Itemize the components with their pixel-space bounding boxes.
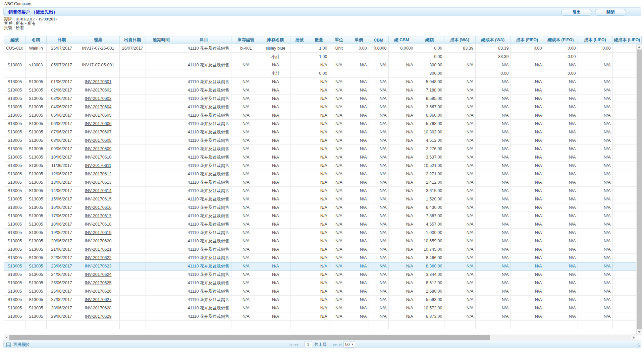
invoice-link[interactable]: INV17-07-26-001 (82, 46, 114, 51)
column-header-cost_wa[interactable]: 成本 (WA) (444, 36, 475, 44)
column-header-overdue[interactable]: 逾期時間 (146, 36, 177, 44)
invoice-link[interactable]: INV-20170610 (85, 155, 112, 160)
scroll-left-button[interactable] (4, 335, 9, 340)
column-header-stock_name[interactable]: 庫存名稱 (261, 36, 290, 44)
page-number-input[interactable] (304, 342, 312, 347)
invoice-link[interactable]: INV-20170625 (85, 281, 112, 285)
table-row[interactable]: S13005S1300507/06/2017INV-2017060741110 … (4, 128, 641, 136)
close-button[interactable]: 關閉 (595, 9, 626, 16)
invoice-link[interactable]: INV-20170622 (85, 255, 112, 260)
last-page-button[interactable]: ▶| (339, 343, 341, 346)
table-row[interactable]: S13005S1300527/06/2017INV-2017062741110 … (4, 296, 641, 304)
invoice-link[interactable]: INV-20170624 (85, 272, 112, 277)
resize-grip[interactable] (637, 344, 640, 347)
invoice-link[interactable]: INV-20170619 (85, 230, 112, 235)
table-row[interactable]: S13005S1300514/06/2017INV-2017061441110 … (4, 187, 641, 195)
invoice-link[interactable]: INV-20170605 (85, 113, 112, 118)
subtotal-row[interactable]: 小計1.000.0083.390.00 (4, 53, 641, 61)
invoice-link[interactable]: INV-20170607 (85, 130, 112, 134)
horizontal-scrollbar[interactable] (4, 335, 636, 340)
column-header-account[interactable]: 科目 (177, 36, 231, 44)
table-row[interactable]: S13005S1300505/06/2017INV-2017060541110 … (4, 111, 641, 120)
invoice-link[interactable]: INV-20170601 (85, 79, 112, 84)
vertical-scrollbar[interactable] (636, 44, 642, 335)
invoice-link[interactable]: INV-20170606 (85, 121, 112, 126)
table-row[interactable]: S13005S1300519/06/2017INV-2017061941110 … (4, 229, 641, 237)
column-header-cost_fifo[interactable]: 成本 (FIFO) (511, 36, 544, 44)
table-row[interactable]: S13005S1300528/06/2017INV-2017062841110 … (4, 304, 641, 312)
column-header-unit_price[interactable]: 單價 (349, 36, 369, 44)
subtotal-row[interactable]: 小計0.00300.000.000.00 (4, 69, 641, 78)
table-row[interactable]: S13005S1300521/06/2017INV-2017062141110 … (4, 245, 641, 254)
column-header-qty[interactable]: 數量 (309, 36, 329, 44)
invoice-link[interactable]: INV-20170611 (85, 163, 111, 168)
invoice-link[interactable]: INV-20170621 (85, 247, 112, 252)
column-header-uom[interactable]: 單位 (329, 36, 349, 44)
invoice-link[interactable]: INV-20170617 (85, 214, 112, 218)
invoice-link[interactable]: INV-20170620 (85, 239, 112, 243)
column-header-total_cost_lifo[interactable]: 總成本 (LIFO) (612, 36, 641, 44)
scroll-right-button[interactable] (631, 335, 636, 340)
column-header-code[interactable]: 編號 (4, 36, 25, 44)
table-row[interactable]: S13005S1300517/06/2017INV-2017061741110 … (4, 212, 641, 220)
column-header-total_cost_wa[interactable]: 總成本 (WA) (475, 36, 511, 44)
column-header-invoice[interactable]: 發票 (77, 36, 119, 44)
invoice-link[interactable]: INV-20170626 (85, 289, 112, 294)
table-row[interactable]: S13005S1300510/06/2017INV-2017061041110 … (4, 153, 641, 162)
column-header-batch[interactable]: 批號 (290, 36, 309, 44)
table-row[interactable]: S13005S1300513/06/2017INV-2017061341110 … (4, 178, 641, 187)
column-header-cost_lifo[interactable]: 成本 (LIFO) (578, 36, 612, 44)
previous-page-button[interactable]: ◀◀ (294, 343, 298, 346)
invoice-link[interactable]: INV-20170629 (85, 314, 112, 319)
table-row[interactable]: S13005S1300523/06/2017INV-2017062341110 … (4, 262, 641, 270)
invoice-link[interactable]: INV-20170608 (85, 138, 112, 143)
scroll-down-button[interactable] (636, 329, 642, 335)
table-row[interactable]: S13005S1300526/06/2017INV-2017062641110 … (4, 287, 641, 296)
column-header-stock_code[interactable]: 庫存編號 (231, 36, 261, 44)
column-header-date[interactable]: 日期 (46, 36, 77, 44)
invoice-link[interactable]: INV-20170627 (85, 297, 112, 302)
vertical-scrollbar-thumb[interactable] (637, 50, 642, 329)
invoice-link[interactable]: INV-20170614 (85, 188, 112, 193)
export-button[interactable]: 引出 (561, 9, 592, 16)
table-row[interactable]: S13005S1300502/06/2017INV-2017060241110 … (4, 86, 641, 95)
table-row[interactable]: S13005S1300501/06/2017INV-2017060141110 … (4, 78, 641, 86)
invoice-link[interactable]: INV-20170612 (85, 172, 112, 176)
table-row[interactable]: S13005S1300511/06/2017INV-2017061141110 … (4, 162, 641, 170)
invoice-link[interactable]: INV-20170615 (85, 197, 112, 201)
invoice-link[interactable]: INV-20170618 (85, 222, 112, 227)
table-row[interactable]: S13005S1300509/06/2017INV-2017060941110 … (4, 145, 641, 153)
table-row[interactable]: S13005S1300508/06/2017INV-2017060841110 … (4, 136, 641, 145)
table-row[interactable]: S13005S1300503/06/2017INV-2017060341110 … (4, 95, 641, 103)
page-size-select[interactable]: 50 ▼ (343, 342, 355, 348)
column-header-total_cbm[interactable]: 總 CBM (388, 36, 415, 44)
scroll-up-button[interactable] (636, 44, 642, 50)
table-row[interactable]: S13005S1300512/06/2017INV-2017061241110 … (4, 170, 641, 178)
table-row[interactable]: S13005S1300504/06/2017INV-2017060441110 … (4, 103, 641, 111)
table-row[interactable]: S13005S1300524/06/2017INV-2017062441110 … (4, 270, 641, 279)
table-row[interactable]: S13005S1300518/06/2017INV-2017061841110 … (4, 220, 641, 229)
invoice-link[interactable]: INV-20170603 (85, 96, 112, 101)
horizontal-scrollbar-thumb[interactable] (9, 335, 490, 340)
invoice-link[interactable]: INV-20170602 (85, 88, 112, 93)
column-header-amount[interactable]: 總額 (415, 36, 444, 44)
table-row[interactable]: S13005S1300516/06/2017INV-2017061641110 … (4, 203, 641, 212)
invoice-link[interactable]: INV-20170623 (85, 264, 112, 268)
table-row[interactable]: S13003s1300305/07/2017INV17-07-05-001411… (4, 61, 641, 69)
column-header-total_cost_fifo[interactable]: 總成本 (FIFO) (544, 36, 578, 44)
table-row[interactable]: CUS-010Walk In26/07/2017INV17-07-26-0012… (4, 44, 641, 53)
column-header-cbm[interactable]: CBM (369, 36, 388, 44)
table-row[interactable]: S13005S1300525/06/2017INV-2017062541110 … (4, 279, 641, 287)
next-page-button[interactable]: ▶▶ (333, 343, 337, 346)
table-row[interactable]: S13005S1300520/06/2017INV-2017062041110 … (4, 237, 641, 245)
table-row[interactable]: S13005S1300529/06/2017INV-2017062941110 … (4, 312, 641, 321)
invoice-link[interactable]: INV-20170609 (85, 146, 112, 151)
invoice-link[interactable]: INV-20170604 (85, 105, 112, 109)
invoice-link[interactable]: INV-20170616 (85, 205, 112, 210)
invoice-link[interactable]: INV17-07-05-001 (82, 63, 114, 67)
invoice-link[interactable]: INV-20170628 (85, 306, 112, 310)
first-page-button[interactable]: |◀ (289, 343, 292, 346)
column-header-ship_date[interactable]: 出貨日期 (119, 36, 146, 44)
column-header-name[interactable]: 名稱 (25, 36, 46, 44)
table-row[interactable]: S13005S1300515/06/2017INV-2017061541110 … (4, 195, 641, 203)
